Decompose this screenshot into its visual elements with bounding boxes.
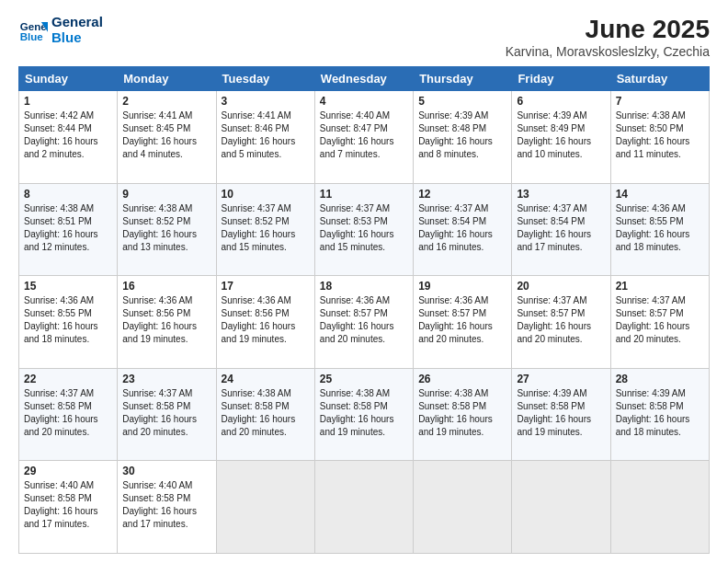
day-number: 12 (418, 188, 506, 201)
day-info: Sunrise: 4:40 AMSunset: 8:58 PMDaylight:… (122, 479, 210, 531)
day-info: Sunrise: 4:37 AMSunset: 8:58 PMDaylight:… (122, 387, 210, 439)
col-wednesday: Wednesday (314, 67, 413, 91)
day-number: 8 (24, 188, 112, 201)
calendar-cell: 23Sunrise: 4:37 AMSunset: 8:58 PMDayligh… (118, 368, 216, 461)
day-number: 30 (122, 465, 210, 477)
day-number: 25 (320, 373, 408, 385)
col-thursday: Thursday (414, 67, 512, 91)
title-block: June 2025 Karvina, Moravskosleslzky, Cze… (506, 15, 710, 59)
calendar-header-row: Sunday Monday Tuesday Wednesday Thursday… (19, 67, 710, 91)
day-info: Sunrise: 4:39 AMSunset: 8:58 PMDaylight:… (616, 387, 704, 439)
day-info: Sunrise: 4:36 AMSunset: 8:57 PMDaylight:… (418, 294, 506, 346)
calendar-cell (216, 461, 314, 554)
day-info: Sunrise: 4:42 AMSunset: 8:44 PMDaylight:… (24, 109, 112, 161)
calendar-cell: 7Sunrise: 4:38 AMSunset: 8:50 PMDaylight… (610, 91, 709, 184)
calendar-table: Sunday Monday Tuesday Wednesday Thursday… (18, 66, 710, 554)
day-number: 10 (222, 188, 310, 201)
day-info: Sunrise: 4:38 AMSunset: 8:58 PMDaylight:… (418, 387, 506, 439)
day-number: 26 (418, 373, 506, 385)
day-number: 9 (122, 188, 210, 201)
subtitle: Karvina, Moravskosleslzky, Czechia (506, 44, 710, 59)
day-number: 27 (517, 373, 605, 385)
day-number: 21 (616, 280, 704, 293)
day-info: Sunrise: 4:36 AMSunset: 8:56 PMDaylight:… (122, 294, 210, 346)
page-header: General Blue General Blue June 2025 Karv… (18, 15, 710, 59)
calendar-cell (512, 461, 610, 554)
calendar-cell: 27Sunrise: 4:39 AMSunset: 8:58 PMDayligh… (512, 368, 610, 461)
calendar-cell: 24Sunrise: 4:38 AMSunset: 8:58 PMDayligh… (216, 368, 314, 461)
logo-line2: Blue (51, 30, 103, 46)
day-info: Sunrise: 4:36 AMSunset: 8:55 PMDaylight:… (24, 294, 112, 346)
day-info: Sunrise: 4:37 AMSunset: 8:52 PMDaylight:… (222, 202, 310, 254)
day-info: Sunrise: 4:39 AMSunset: 8:49 PMDaylight:… (517, 109, 605, 161)
day-info: Sunrise: 4:39 AMSunset: 8:48 PMDaylight:… (418, 109, 506, 161)
day-info: Sunrise: 4:39 AMSunset: 8:58 PMDaylight:… (517, 387, 605, 439)
calendar-cell: 26Sunrise: 4:38 AMSunset: 8:58 PMDayligh… (414, 368, 512, 461)
day-info: Sunrise: 4:38 AMSunset: 8:52 PMDaylight:… (122, 202, 210, 254)
logo: General Blue General Blue (18, 15, 103, 45)
day-number: 23 (122, 373, 210, 385)
col-monday: Monday (118, 67, 216, 91)
day-info: Sunrise: 4:41 AMSunset: 8:45 PMDaylight:… (122, 109, 210, 161)
calendar-cell: 15Sunrise: 4:36 AMSunset: 8:55 PMDayligh… (19, 276, 118, 369)
day-info: Sunrise: 4:37 AMSunset: 8:54 PMDaylight:… (418, 202, 506, 254)
day-info: Sunrise: 4:36 AMSunset: 8:56 PMDaylight:… (222, 294, 310, 346)
logo-line1: General (51, 15, 103, 30)
calendar-week-row: 29Sunrise: 4:40 AMSunset: 8:58 PMDayligh… (19, 461, 710, 554)
calendar-cell: 3Sunrise: 4:41 AMSunset: 8:46 PMDaylight… (216, 91, 314, 184)
day-number: 1 (24, 95, 112, 108)
calendar-cell: 2Sunrise: 4:41 AMSunset: 8:45 PMDaylight… (118, 91, 216, 184)
day-number: 11 (320, 188, 408, 201)
calendar-cell: 21Sunrise: 4:37 AMSunset: 8:57 PMDayligh… (610, 276, 709, 369)
day-info: Sunrise: 4:37 AMSunset: 8:57 PMDaylight:… (517, 294, 605, 346)
day-info: Sunrise: 4:37 AMSunset: 8:57 PMDaylight:… (616, 294, 704, 346)
calendar-cell: 25Sunrise: 4:38 AMSunset: 8:58 PMDayligh… (314, 368, 413, 461)
day-info: Sunrise: 4:40 AMSunset: 8:47 PMDaylight:… (320, 109, 408, 161)
calendar-cell: 12Sunrise: 4:37 AMSunset: 8:54 PMDayligh… (414, 183, 512, 276)
calendar-cell: 10Sunrise: 4:37 AMSunset: 8:52 PMDayligh… (216, 183, 314, 276)
calendar-cell: 17Sunrise: 4:36 AMSunset: 8:56 PMDayligh… (216, 276, 314, 369)
day-number: 4 (320, 95, 408, 108)
col-friday: Friday (512, 67, 610, 91)
calendar-cell: 14Sunrise: 4:36 AMSunset: 8:55 PMDayligh… (610, 183, 709, 276)
calendar-cell: 29Sunrise: 4:40 AMSunset: 8:58 PMDayligh… (19, 461, 118, 554)
calendar-cell (414, 461, 512, 554)
calendar-cell: 28Sunrise: 4:39 AMSunset: 8:58 PMDayligh… (610, 368, 709, 461)
day-number: 6 (517, 95, 605, 108)
day-info: Sunrise: 4:36 AMSunset: 8:57 PMDaylight:… (320, 294, 408, 346)
day-number: 15 (24, 280, 112, 293)
calendar-cell: 16Sunrise: 4:36 AMSunset: 8:56 PMDayligh… (118, 276, 216, 369)
day-info: Sunrise: 4:38 AMSunset: 8:51 PMDaylight:… (24, 202, 112, 254)
svg-text:Blue: Blue (20, 30, 44, 41)
day-number: 18 (320, 280, 408, 293)
calendar-cell: 9Sunrise: 4:38 AMSunset: 8:52 PMDaylight… (118, 183, 216, 276)
day-number: 19 (418, 280, 506, 293)
calendar-cell (314, 461, 413, 554)
calendar-cell: 20Sunrise: 4:37 AMSunset: 8:57 PMDayligh… (512, 276, 610, 369)
day-info: Sunrise: 4:37 AMSunset: 8:54 PMDaylight:… (517, 202, 605, 254)
day-number: 24 (222, 373, 310, 385)
day-number: 5 (418, 95, 506, 108)
day-number: 22 (24, 373, 112, 385)
calendar-cell: 6Sunrise: 4:39 AMSunset: 8:49 PMDaylight… (512, 91, 610, 184)
calendar-cell: 4Sunrise: 4:40 AMSunset: 8:47 PMDaylight… (314, 91, 413, 184)
calendar-cell: 1Sunrise: 4:42 AMSunset: 8:44 PMDaylight… (19, 91, 118, 184)
day-number: 29 (24, 465, 112, 477)
day-info: Sunrise: 4:38 AMSunset: 8:58 PMDaylight:… (222, 387, 310, 439)
calendar-cell (610, 461, 709, 554)
calendar-week-row: 15Sunrise: 4:36 AMSunset: 8:55 PMDayligh… (19, 276, 710, 369)
calendar-cell: 8Sunrise: 4:38 AMSunset: 8:51 PMDaylight… (19, 183, 118, 276)
day-number: 14 (616, 188, 704, 201)
col-tuesday: Tuesday (216, 67, 314, 91)
calendar-cell: 13Sunrise: 4:37 AMSunset: 8:54 PMDayligh… (512, 183, 610, 276)
logo-icon: General Blue (18, 16, 48, 45)
day-number: 7 (616, 95, 704, 108)
day-info: Sunrise: 4:41 AMSunset: 8:46 PMDaylight:… (222, 109, 310, 161)
calendar-cell: 5Sunrise: 4:39 AMSunset: 8:48 PMDaylight… (414, 91, 512, 184)
day-number: 3 (222, 95, 310, 108)
calendar-cell: 18Sunrise: 4:36 AMSunset: 8:57 PMDayligh… (314, 276, 413, 369)
calendar-week-row: 1Sunrise: 4:42 AMSunset: 8:44 PMDaylight… (19, 91, 710, 184)
day-number: 13 (517, 188, 605, 201)
day-number: 20 (517, 280, 605, 293)
day-info: Sunrise: 4:37 AMSunset: 8:58 PMDaylight:… (24, 387, 112, 439)
